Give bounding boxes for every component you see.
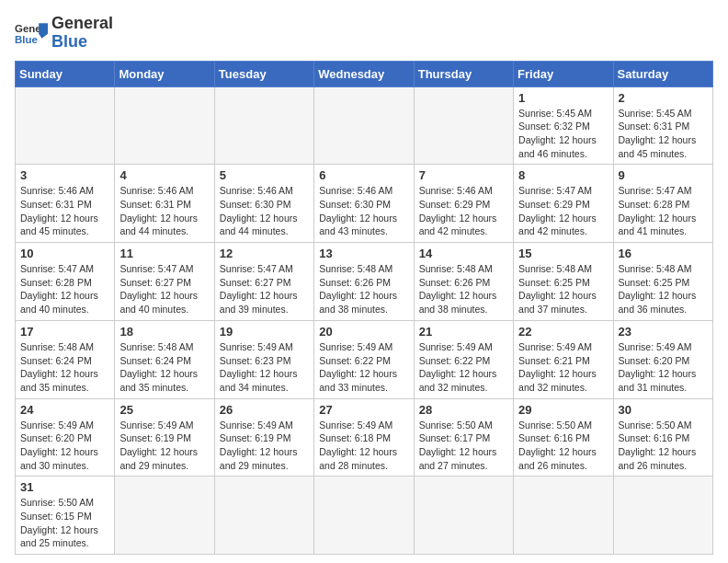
calendar-day-cell: 16Sunrise: 5:48 AM Sunset: 6:25 PM Dayli…	[613, 243, 712, 321]
day-info: Sunrise: 5:50 AM Sunset: 6:17 PM Dayligh…	[419, 419, 508, 473]
header: General Blue General Blue	[15, 15, 713, 52]
calendar-day-cell: 4Sunrise: 5:46 AM Sunset: 6:31 PM Daylig…	[115, 165, 214, 243]
calendar-day-cell: 13Sunrise: 5:48 AM Sunset: 6:26 PM Dayli…	[314, 243, 414, 321]
day-number: 29	[518, 403, 608, 417]
day-info: Sunrise: 5:49 AM Sunset: 6:20 PM Dayligh…	[619, 340, 708, 395]
calendar-day-cell	[115, 86, 214, 165]
calendar-day-cell: 27Sunrise: 5:49 AM Sunset: 6:18 PM Dayli…	[314, 398, 414, 477]
calendar-day-cell: 29Sunrise: 5:50 AM Sunset: 6:16 PM Dayli…	[514, 398, 613, 477]
day-number: 4	[119, 168, 209, 182]
day-number: 22	[518, 325, 608, 339]
calendar-day-cell: 6Sunrise: 5:46 AM Sunset: 6:30 PM Daylig…	[314, 165, 414, 243]
calendar-day-cell: 28Sunrise: 5:50 AM Sunset: 6:17 PM Dayli…	[414, 398, 513, 477]
day-info: Sunrise: 5:45 AM Sunset: 6:31 PM Dayligh…	[619, 107, 708, 161]
day-number: 11	[119, 247, 209, 260]
day-number: 26	[220, 403, 309, 417]
calendar-day-cell: 2Sunrise: 5:45 AM Sunset: 6:31 PM Daylig…	[613, 86, 712, 165]
weekday-header-saturday: Saturday	[613, 61, 712, 86]
weekday-header-friday: Friday	[514, 61, 613, 86]
calendar-day-cell: 17Sunrise: 5:48 AM Sunset: 6:24 PM Dayli…	[16, 320, 115, 398]
calendar-day-cell: 9Sunrise: 5:47 AM Sunset: 6:28 PM Daylig…	[613, 165, 712, 243]
day-info: Sunrise: 5:46 AM Sunset: 6:30 PM Dayligh…	[319, 184, 408, 238]
day-number: 19	[220, 325, 309, 339]
day-number: 8	[518, 168, 608, 182]
calendar-day-cell	[514, 477, 613, 555]
day-info: Sunrise: 5:49 AM Sunset: 6:23 PM Dayligh…	[220, 340, 309, 395]
day-number: 27	[319, 403, 408, 417]
day-number: 24	[20, 403, 109, 417]
calendar-week-row: 10Sunrise: 5:47 AM Sunset: 6:28 PM Dayli…	[16, 243, 713, 321]
day-number: 17	[20, 325, 109, 339]
day-number: 30	[619, 403, 708, 417]
calendar-day-cell	[414, 477, 513, 555]
day-info: Sunrise: 5:48 AM Sunset: 6:25 PM Dayligh…	[619, 262, 708, 316]
calendar-week-row: 17Sunrise: 5:48 AM Sunset: 6:24 PM Dayli…	[16, 320, 713, 398]
day-info: Sunrise: 5:46 AM Sunset: 6:29 PM Dayligh…	[419, 184, 508, 238]
calendar-week-row: 3Sunrise: 5:46 AM Sunset: 6:31 PM Daylig…	[16, 165, 713, 243]
weekday-header-monday: Monday	[115, 61, 214, 86]
calendar-day-cell: 31Sunrise: 5:50 AM Sunset: 6:15 PM Dayli…	[16, 477, 115, 555]
calendar-week-row: 31Sunrise: 5:50 AM Sunset: 6:15 PM Dayli…	[16, 477, 713, 555]
calendar-day-cell: 23Sunrise: 5:49 AM Sunset: 6:20 PM Dayli…	[613, 320, 712, 398]
weekday-header-wednesday: Wednesday	[314, 61, 414, 86]
day-number: 7	[419, 168, 508, 182]
calendar-day-cell	[414, 86, 513, 165]
day-info: Sunrise: 5:49 AM Sunset: 6:22 PM Dayligh…	[319, 340, 408, 395]
calendar-day-cell: 26Sunrise: 5:49 AM Sunset: 6:19 PM Dayli…	[214, 398, 313, 477]
day-info: Sunrise: 5:49 AM Sunset: 6:21 PM Dayligh…	[518, 340, 608, 395]
day-number: 2	[619, 91, 708, 105]
calendar-day-cell: 1Sunrise: 5:45 AM Sunset: 6:32 PM Daylig…	[514, 86, 613, 165]
day-info: Sunrise: 5:46 AM Sunset: 6:31 PM Dayligh…	[20, 184, 109, 238]
calendar-day-cell: 11Sunrise: 5:47 AM Sunset: 6:27 PM Dayli…	[115, 243, 214, 321]
day-info: Sunrise: 5:46 AM Sunset: 6:30 PM Dayligh…	[220, 184, 309, 238]
calendar-table: SundayMondayTuesdayWednesdayThursdayFrid…	[15, 61, 713, 556]
calendar-day-cell: 8Sunrise: 5:47 AM Sunset: 6:29 PM Daylig…	[514, 165, 613, 243]
day-info: Sunrise: 5:46 AM Sunset: 6:31 PM Dayligh…	[119, 184, 209, 238]
day-info: Sunrise: 5:45 AM Sunset: 6:32 PM Dayligh…	[518, 107, 608, 161]
day-number: 10	[20, 247, 109, 260]
logo-icon: General Blue	[15, 20, 48, 46]
calendar-week-row: 24Sunrise: 5:49 AM Sunset: 6:20 PM Dayli…	[16, 398, 713, 477]
logo-blue-text: Blue	[51, 33, 113, 52]
day-info: Sunrise: 5:47 AM Sunset: 6:27 PM Dayligh…	[119, 262, 209, 316]
day-info: Sunrise: 5:47 AM Sunset: 6:27 PM Dayligh…	[220, 262, 309, 316]
day-info: Sunrise: 5:50 AM Sunset: 6:15 PM Dayligh…	[20, 496, 109, 550]
calendar-day-cell: 12Sunrise: 5:47 AM Sunset: 6:27 PM Dayli…	[214, 243, 313, 321]
calendar-day-cell: 19Sunrise: 5:49 AM Sunset: 6:23 PM Dayli…	[214, 320, 313, 398]
day-number: 9	[619, 168, 708, 182]
calendar-day-cell: 18Sunrise: 5:48 AM Sunset: 6:24 PM Dayli…	[115, 320, 214, 398]
day-number: 13	[319, 247, 408, 260]
day-info: Sunrise: 5:47 AM Sunset: 6:29 PM Dayligh…	[518, 184, 608, 238]
day-number: 12	[220, 247, 309, 260]
calendar-day-cell	[314, 477, 414, 555]
day-info: Sunrise: 5:49 AM Sunset: 6:19 PM Dayligh…	[119, 419, 209, 473]
calendar-day-cell	[214, 477, 313, 555]
day-number: 16	[619, 247, 708, 260]
day-number: 28	[419, 403, 508, 417]
calendar-day-cell: 21Sunrise: 5:49 AM Sunset: 6:22 PM Dayli…	[414, 320, 513, 398]
day-number: 18	[119, 325, 209, 339]
calendar-day-cell: 7Sunrise: 5:46 AM Sunset: 6:29 PM Daylig…	[414, 165, 513, 243]
day-info: Sunrise: 5:49 AM Sunset: 6:19 PM Dayligh…	[220, 419, 309, 473]
day-info: Sunrise: 5:48 AM Sunset: 6:26 PM Dayligh…	[319, 262, 408, 316]
weekday-header-row: SundayMondayTuesdayWednesdayThursdayFrid…	[16, 61, 713, 86]
svg-marker-2	[39, 23, 48, 38]
calendar-day-cell	[613, 477, 712, 555]
calendar-day-cell: 24Sunrise: 5:49 AM Sunset: 6:20 PM Dayli…	[16, 398, 115, 477]
calendar-day-cell: 15Sunrise: 5:48 AM Sunset: 6:25 PM Dayli…	[514, 243, 613, 321]
day-info: Sunrise: 5:48 AM Sunset: 6:25 PM Dayligh…	[518, 262, 608, 316]
weekday-header-sunday: Sunday	[16, 61, 115, 86]
day-info: Sunrise: 5:47 AM Sunset: 6:28 PM Dayligh…	[20, 262, 109, 316]
calendar-day-cell	[314, 86, 414, 165]
day-number: 21	[419, 325, 508, 339]
day-info: Sunrise: 5:49 AM Sunset: 6:22 PM Dayligh…	[419, 340, 508, 395]
svg-text:Blue: Blue	[15, 33, 38, 44]
calendar-day-cell: 22Sunrise: 5:49 AM Sunset: 6:21 PM Dayli…	[514, 320, 613, 398]
calendar-day-cell	[115, 477, 214, 555]
day-number: 3	[20, 168, 109, 182]
day-number: 31	[20, 480, 109, 494]
calendar-day-cell: 5Sunrise: 5:46 AM Sunset: 6:30 PM Daylig…	[214, 165, 313, 243]
day-info: Sunrise: 5:49 AM Sunset: 6:18 PM Dayligh…	[319, 419, 408, 473]
calendar-day-cell: 20Sunrise: 5:49 AM Sunset: 6:22 PM Dayli…	[314, 320, 414, 398]
calendar-week-row: 1Sunrise: 5:45 AM Sunset: 6:32 PM Daylig…	[16, 86, 713, 165]
